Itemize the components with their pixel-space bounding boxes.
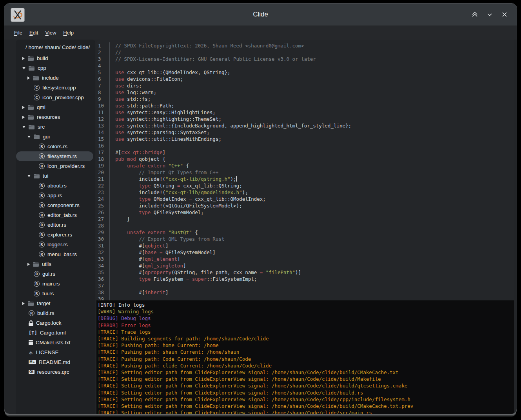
code-editor[interactable]: 1// SPDX-FileCopyrightText: 2026, Shaun … xyxy=(96,40,514,300)
code-line[interactable]: 13use syntect::html::{IncludeBackground,… xyxy=(96,122,514,129)
close-button[interactable] xyxy=(500,10,509,19)
code-line[interactable]: 5use cxx_qt_lib::{QModelIndex, QString}; xyxy=(96,69,514,76)
tree-file-editor-tab-rs[interactable]: Reditor_tab.rs xyxy=(16,210,93,220)
rust-file-icon: R xyxy=(39,153,45,159)
code-line[interactable]: 15use syntect::util::LinesWithEndings; xyxy=(96,136,514,142)
tree-file-editor-rs[interactable]: Reditor.rs xyxy=(16,220,93,230)
log-line-trace: [TRACE] Setting editor path from ClideEx… xyxy=(98,403,514,409)
chevron-right-icon[interactable] xyxy=(27,76,30,80)
code-line[interactable]: 24 type QModelIndex = cxx_qt_lib::QModel… xyxy=(96,196,514,202)
code-line[interactable]: 23 include!("cxx-qt-lib/qmodelindex.h"); xyxy=(96,189,514,196)
tree-file-app-rs[interactable]: Rapp.rs xyxy=(16,191,93,200)
code-line[interactable]: 17#[cxx_qt::bridge] xyxy=(96,149,514,156)
tree-file-component-rs[interactable]: Rcomponent.rs xyxy=(16,200,93,210)
chevron-down-icon[interactable] xyxy=(27,136,31,138)
tree-file-build-rs[interactable]: Rbuild.rs xyxy=(16,308,93,318)
code-line[interactable]: 9use std::fs; xyxy=(96,96,514,102)
code-line[interactable]: 22 type QString = cxx_qt_lib::QString; xyxy=(96,182,514,189)
code-line[interactable]: 33 #[qml_element] xyxy=(96,256,514,262)
tree-folder-gui[interactable]: gui xyxy=(16,132,93,142)
code-line[interactable]: 18pub mod qobject { xyxy=(96,156,514,162)
tree-folder-qml[interactable]: qml xyxy=(16,102,93,112)
log-line-trace: [TRACE] Pushing path: shaun Current: /ho… xyxy=(98,349,514,355)
tree-folder-utils[interactable]: utils xyxy=(16,259,93,269)
tree-file-license[interactable]: ∗LICENSE xyxy=(16,347,93,357)
code-line[interactable]: 11use syntect::easy::HighlightLines; xyxy=(96,109,514,116)
tree-item-label: include xyxy=(42,75,59,81)
tree-file-readme-md[interactable]: M↓README.md xyxy=(16,357,93,367)
code-line[interactable]: 36 type FileSystem = super::FileSystemIm… xyxy=(96,276,514,282)
code-line[interactable]: 38 #[inherit] xyxy=(96,289,514,296)
code-line[interactable]: 27 } xyxy=(96,216,514,222)
code-line[interactable]: 8use log::warn; xyxy=(96,89,514,96)
code-text: type QFileSystemModel; xyxy=(109,209,514,216)
chevron-right-icon[interactable] xyxy=(22,106,25,109)
minimize-button[interactable] xyxy=(485,10,494,19)
menu-file[interactable]: File xyxy=(11,29,25,37)
code-line[interactable]: 25 include!(<QtGui/QFileSystemModel>); xyxy=(96,202,514,209)
code-line[interactable]: 37 xyxy=(96,282,514,289)
line-number: 39 xyxy=(96,296,109,300)
chevron-down-icon[interactable] xyxy=(27,175,31,177)
code-line[interactable]: 26 type QFileSystemModel; xyxy=(96,209,514,216)
code-line[interactable]: 35 #[qproperty(QString, file_path, cxx_n… xyxy=(96,269,514,276)
code-line[interactable]: 29 unsafe extern "RustQt" { xyxy=(96,229,514,236)
tree-file-filesystem-cpp[interactable]: Cfilesystem.cpp xyxy=(16,83,93,93)
code-line[interactable]: 6use devicons::FileIcon; xyxy=(96,76,514,82)
code-line[interactable]: 12use syntect::highlighting::ThemeSet; xyxy=(96,116,514,122)
tree-file-resources-qrc[interactable]: Qtresources.qrc xyxy=(16,367,93,377)
code-line[interactable]: 30 // Export QML Types from Rust xyxy=(96,236,514,242)
tree-folder-resources[interactable]: resources xyxy=(16,112,93,122)
code-line[interactable]: 34 #[qml_singleton] xyxy=(96,262,514,269)
chevron-right-icon[interactable] xyxy=(22,57,25,60)
tree-folder-include[interactable]: include xyxy=(16,73,93,83)
code-line[interactable]: 28 xyxy=(96,222,514,229)
code-line[interactable]: 31 #[qobject] xyxy=(96,242,514,249)
maximize-button[interactable] xyxy=(470,10,479,19)
code-line[interactable]: 3// SPDX-License-Identifier: GNU General… xyxy=(96,56,514,62)
code-line[interactable]: 2// xyxy=(96,49,514,56)
code-line[interactable]: 7use dirs; xyxy=(96,82,514,89)
folder-icon xyxy=(27,56,34,61)
code-line[interactable]: 19 unsafe extern "C++" { xyxy=(96,162,514,169)
tree-file-cargo-lock[interactable]: Cargo.lock xyxy=(16,318,93,328)
tree-folder-cpp[interactable]: cpp xyxy=(16,63,93,73)
tree-file-cargo-toml[interactable]: [T]Cargo.toml xyxy=(16,328,93,338)
tree-file-logger-rs[interactable]: Rlogger.rs xyxy=(16,240,93,249)
chevron-down-icon[interactable] xyxy=(22,67,25,69)
code-line[interactable]: 10use std::path::Path; xyxy=(96,102,514,109)
code-line[interactable]: 4 xyxy=(96,62,514,69)
tree-folder-src[interactable]: src xyxy=(16,122,93,132)
tree-folder-build[interactable]: build xyxy=(16,53,93,63)
code-line[interactable]: 16 xyxy=(96,142,514,149)
log-output-panel[interactable]: [INFO] Info logs[WARN] Warning logs[DEBU… xyxy=(96,300,514,414)
tree-file-about-rs[interactable]: Rabout.rs xyxy=(16,181,93,191)
tree-file-tui-rs[interactable]: Rtui.rs xyxy=(16,289,93,298)
menu-view[interactable]: View xyxy=(42,29,59,37)
tree-item-label: src xyxy=(38,124,45,130)
chevron-down-icon[interactable] xyxy=(22,126,25,128)
code-line[interactable]: 20 // Import Qt Types from C++ xyxy=(96,169,514,176)
tree-file-colors-rs[interactable]: Rcolors.rs xyxy=(16,142,93,151)
tree-file-gui-rs[interactable]: Rgui.rs xyxy=(16,269,93,279)
tree-file-icon-provider-rs[interactable]: Ricon_provider.rs xyxy=(16,161,93,171)
text-file-icon xyxy=(29,340,33,345)
tree-file-cmakelists-txt[interactable]: CMakeLists.txt xyxy=(16,338,93,347)
menu-help[interactable]: Help xyxy=(60,29,76,37)
code-line[interactable]: 32 #[base = QFileSystemModel] xyxy=(96,249,514,256)
code-line[interactable]: 1// SPDX-FileCopyrightText: 2026, Shaun … xyxy=(96,42,514,49)
tree-file-menu-bar-rs[interactable]: Rmenu_bar.rs xyxy=(16,249,93,259)
chevron-right-icon[interactable] xyxy=(22,116,25,119)
chevron-right-icon[interactable] xyxy=(22,302,25,305)
tree-file-main-rs[interactable]: Rmain.rs xyxy=(16,279,93,289)
code-line[interactable]: 14use syntect::parsing::SyntaxSet; xyxy=(96,129,514,136)
tree-folder-tui[interactable]: tui xyxy=(16,171,93,181)
menu-edit[interactable]: Edit xyxy=(27,29,41,37)
chevron-right-icon[interactable] xyxy=(27,263,30,266)
tree-folder-target[interactable]: target xyxy=(16,298,93,308)
tree-file-explorer-rs[interactable]: Rexplorer.rs xyxy=(16,230,93,240)
code-line[interactable]: 21 include!("cxx-qt-lib/qstring.h"); xyxy=(96,176,514,182)
code-line[interactable]: 39 xyxy=(96,296,514,300)
tree-file-icon-provider-cpp[interactable]: Cicon_provider.cpp xyxy=(16,93,93,102)
tree-file-filesystem-rs[interactable]: Rfilesystem.rs xyxy=(16,151,93,161)
